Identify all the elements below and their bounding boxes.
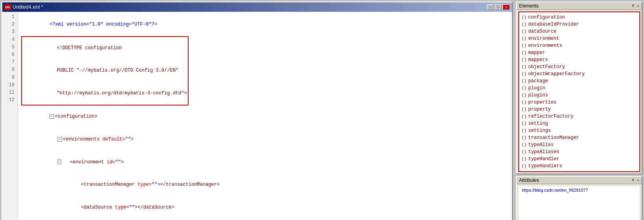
element-braces-icon: () [521, 57, 527, 63]
collapse-indicator-7: ○ [57, 159, 61, 164]
element-label: typeHandler [528, 155, 559, 163]
collapse-btn-5[interactable]: - [50, 114, 54, 119]
element-label: dataSource [528, 28, 556, 35]
element-braces-icon: () [521, 78, 527, 85]
code-line-2: <!DOCTYPE configuration [23, 37, 187, 60]
element-item[interactable]: ()typeAlias [521, 141, 638, 148]
code-line-1: <?xml version="1.0" encoding="UTF-8"?> [21, 13, 509, 36]
element-label: objectWrapperFactory [528, 70, 585, 78]
element-item[interactable]: ()mappers [521, 56, 638, 63]
element-label: settings [528, 127, 551, 134]
element-item[interactable]: ()setting [521, 120, 638, 127]
window-title: Untitled4.xml * [13, 4, 43, 10]
pin-button[interactable]: 🖈 [631, 4, 635, 8]
element-item[interactable]: ()plugin [521, 85, 638, 92]
element-label: setting [528, 120, 548, 127]
element-braces-icon: () [521, 14, 527, 21]
element-item[interactable]: ()objectWrapperFactory [521, 70, 638, 78]
code-line-9: <dataSource type=""></dataSource> [21, 196, 509, 219]
code-line-5: -<configuration> [21, 105, 509, 128]
element-braces-icon: () [521, 106, 527, 113]
attributes-panel-header: Attributes 🖈 × [517, 177, 642, 184]
attributes-url: https://blog.csdn.net/en_96291077 [522, 188, 588, 192]
element-label: objectFactory [528, 63, 565, 70]
element-braces-icon: () [521, 113, 527, 120]
code-area[interactable]: <?xml version="1.0" encoding="UTF-8"?> <… [18, 12, 512, 220]
element-braces-icon: () [521, 135, 527, 141]
element-label: environments [528, 42, 562, 49]
code-line-6: -<environments default=""> [21, 128, 509, 151]
panel-header-actions: 🖈 × [631, 4, 639, 8]
editor-content: 1 2 3 4 5 6 7 8 9 10 11 12 <?xml version… [2, 12, 512, 220]
doctype-highlight-box: <!DOCTYPE configuration PUBLIC "-//mybat… [21, 36, 189, 106]
code-line-3: PUBLIC "-//mybatis.org//DTD Config 3.0//… [23, 59, 187, 82]
right-panel: Elements 🖈 × ()configuration()databaseId… [514, 0, 644, 220]
element-label: package [528, 78, 548, 85]
element-label: typeHandlers [528, 163, 562, 170]
element-item[interactable]: ()properties [521, 99, 638, 106]
element-item[interactable]: ()mapper [521, 49, 638, 56]
attributes-pin-button[interactable]: 🖈 [631, 178, 635, 183]
elements-panel-title: Elements [519, 3, 539, 9]
element-braces-icon: () [521, 120, 527, 127]
elements-list[interactable]: ()configuration()databaseIdProvider()dat… [518, 11, 640, 172]
element-item[interactable]: ()typeAliases [521, 148, 638, 155]
element-item[interactable]: ()databaseIdProvider [521, 21, 638, 28]
element-braces-icon: () [521, 35, 527, 42]
element-braces-icon: () [521, 128, 527, 134]
element-item[interactable]: ()environment [521, 35, 638, 42]
element-item[interactable]: ()objectFactory [521, 63, 638, 70]
xml-file-icon: XML [5, 4, 11, 10]
close-button[interactable]: ✕ [503, 4, 510, 10]
element-label: typeAlias [528, 141, 554, 148]
line-numbers: 1 2 3 4 5 6 7 8 9 10 11 12 [2, 12, 18, 220]
element-item[interactable]: ()reflectorFactory [521, 113, 638, 120]
attributes-panel-header-actions: 🖈 × [631, 178, 639, 183]
code-line-8: <transactionManager type=""></transactio… [21, 174, 509, 196]
title-buttons: ─ □ ✕ [487, 4, 510, 10]
collapse-btn-6[interactable]: - [57, 137, 62, 142]
element-label: databaseIdProvider [528, 21, 579, 28]
element-braces-icon: () [521, 149, 527, 155]
element-item[interactable]: ()settings [521, 127, 638, 134]
element-item[interactable]: ()package [521, 78, 638, 85]
element-item[interactable]: ()typeHandlers [521, 163, 638, 170]
element-braces-icon: () [521, 50, 527, 56]
element-item[interactable]: ()property [521, 106, 638, 113]
minimize-button[interactable]: ─ [487, 4, 494, 10]
element-braces-icon: () [521, 99, 527, 106]
element-braces-icon: () [521, 43, 527, 49]
element-label: mapper [528, 49, 545, 56]
element-item[interactable]: ()configuration [521, 14, 638, 21]
element-label: configuration [528, 14, 565, 21]
element-braces-icon: () [521, 71, 527, 78]
element-label: plugin [528, 85, 545, 92]
code-line-7: ○<environment id=""> [21, 151, 509, 174]
element-item[interactable]: ()environments [521, 42, 638, 49]
close-elements-button[interactable]: × [637, 4, 639, 8]
element-braces-icon: () [521, 163, 527, 170]
element-braces-icon: () [521, 85, 527, 92]
maximize-button[interactable]: □ [495, 4, 502, 10]
element-braces-icon: () [521, 64, 527, 70]
attributes-section: Attributes 🖈 × https://blog.csdn.net/en_… [516, 176, 642, 220]
element-label: environment [528, 35, 559, 42]
title-bar: XML Untitled4.xml * ─ □ ✕ [2, 2, 512, 12]
close-attributes-button[interactable]: × [637, 178, 639, 183]
element-braces-icon: () [521, 28, 527, 35]
attributes-content: https://blog.csdn.net/en_96291077 [518, 186, 640, 220]
element-item[interactable]: ()typeHandler [521, 155, 638, 163]
element-item[interactable]: ()plugins [521, 92, 638, 99]
elements-panel-header: Elements 🖈 × [517, 2, 642, 10]
element-item[interactable]: ()dataSource [521, 28, 638, 35]
element-label: properties [528, 99, 556, 106]
elements-section: Elements 🖈 × ()configuration()databaseId… [516, 2, 642, 174]
element-label: plugins [528, 92, 548, 99]
element-label: mappers [528, 56, 548, 63]
element-label: transactionManager [528, 134, 579, 141]
title-bar-left: XML Untitled4.xml * [5, 4, 43, 10]
element-braces-icon: () [521, 92, 527, 99]
element-braces-icon: () [521, 156, 527, 163]
element-item[interactable]: ()transactionManager [521, 134, 638, 141]
element-braces-icon: () [521, 142, 527, 148]
